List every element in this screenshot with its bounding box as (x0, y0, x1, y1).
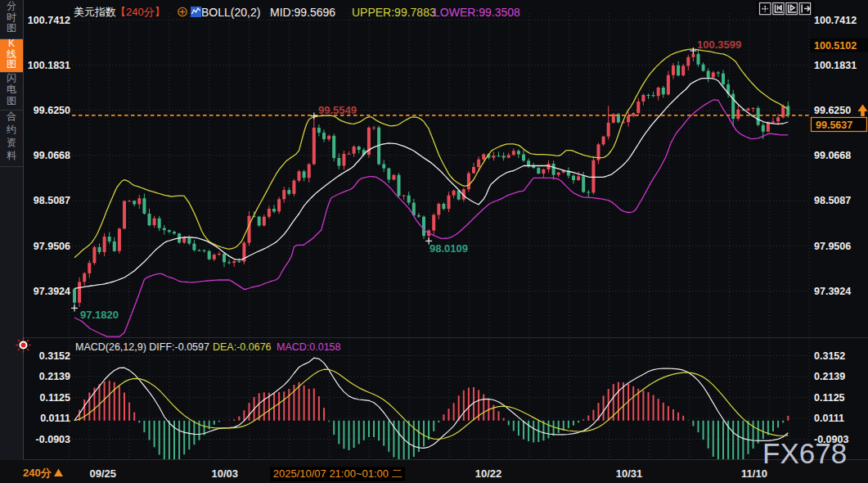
svg-text:100.1831: 100.1831 (814, 60, 857, 71)
svg-text:UPPER:99.7883: UPPER:99.7883 (352, 6, 436, 19)
svg-text:美元指数: 美元指数 (74, 6, 116, 18)
svg-text:99.5549: 99.5549 (318, 104, 357, 116)
svg-text:97.3924: 97.3924 (34, 286, 70, 297)
svg-text:MACD(26,12,9) DIFF:-0.0597: MACD(26,12,9) DIFF:-0.0597 (75, 341, 209, 353)
svg-text:图: 图 (7, 95, 16, 106)
svg-text:料: 料 (7, 150, 16, 161)
svg-text:资: 资 (7, 137, 16, 148)
svg-text:时: 时 (7, 11, 16, 23)
svg-text:240分: 240分 (23, 467, 52, 479)
svg-text:0.1125: 0.1125 (39, 392, 70, 404)
svg-text:【240分】: 【240分】 (115, 6, 165, 18)
svg-text:100.7412: 100.7412 (28, 15, 70, 26)
svg-text:100.7412: 100.7412 (814, 15, 857, 26)
svg-text:98.5087: 98.5087 (814, 195, 851, 206)
svg-text:0.3152: 0.3152 (814, 350, 845, 362)
svg-text:图: 图 (7, 22, 16, 34)
svg-text:99.6250: 99.6250 (814, 105, 851, 116)
svg-text:0.0111: 0.0111 (814, 413, 844, 424)
svg-text:100.3599: 100.3599 (697, 38, 741, 51)
svg-text:99.6250: 99.6250 (34, 105, 70, 116)
svg-text:97.3924: 97.3924 (814, 286, 851, 297)
svg-text:98.5087: 98.5087 (34, 195, 70, 206)
svg-text:99.0668: 99.0668 (34, 150, 70, 161)
svg-text:10/31: 10/31 (616, 467, 643, 480)
svg-text:100.1831: 100.1831 (28, 60, 70, 71)
svg-text:约: 约 (7, 124, 16, 135)
svg-text:97.1820: 97.1820 (80, 309, 119, 321)
svg-text:0.3152: 0.3152 (39, 350, 70, 362)
svg-text:LOWER:99.3508: LOWER:99.3508 (434, 6, 520, 19)
svg-text:BOLL(20,2): BOLL(20,2) (201, 6, 260, 19)
svg-text:09/25: 09/25 (89, 467, 116, 480)
svg-text:MID:99.5696: MID:99.5696 (270, 6, 335, 19)
svg-text:97.9506: 97.9506 (814, 241, 851, 252)
svg-text:99.0668: 99.0668 (814, 150, 851, 161)
svg-text:10/03: 10/03 (212, 467, 239, 480)
svg-text:0.1125: 0.1125 (814, 392, 845, 404)
svg-text:图: 图 (7, 58, 16, 70)
svg-text:0.2139: 0.2139 (814, 371, 845, 382)
svg-text:100.5102: 100.5102 (814, 40, 857, 52)
svg-text:98.0109: 98.0109 (430, 242, 468, 255)
svg-text:MACD:0.0158: MACD:0.0158 (277, 341, 341, 353)
svg-text:闪: 闪 (7, 72, 16, 84)
svg-text:合: 合 (7, 111, 16, 122)
svg-text:2025/10/07 21:00~01:00 二: 2025/10/07 21:00~01:00 二 (273, 467, 403, 480)
svg-text:DEA:-0.0676: DEA:-0.0676 (213, 341, 272, 353)
svg-text:0.2139: 0.2139 (39, 371, 70, 382)
svg-text:10/22: 10/22 (475, 467, 502, 480)
svg-text:FX678: FX678 (762, 437, 847, 469)
svg-text:0.0111: 0.0111 (40, 413, 70, 424)
svg-text:97.9506: 97.9506 (34, 241, 70, 252)
svg-text:-0.0903: -0.0903 (36, 434, 70, 445)
svg-text:99.5637: 99.5637 (816, 120, 852, 131)
svg-text:分: 分 (7, 0, 16, 11)
svg-text:电: 电 (7, 84, 16, 95)
